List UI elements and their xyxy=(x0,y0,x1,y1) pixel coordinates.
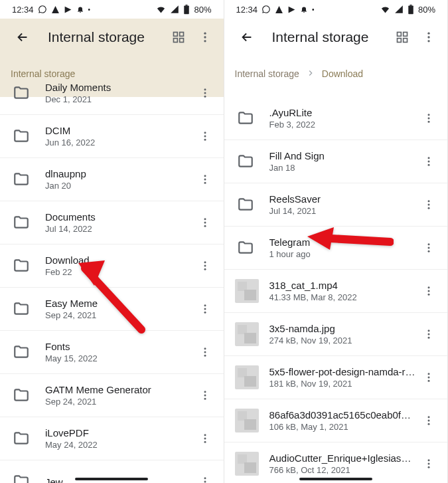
folder-row[interactable]: Telegram1 hour ago xyxy=(224,227,448,270)
svg-point-68 xyxy=(428,380,430,382)
item-overflow-button[interactable] xyxy=(192,468,218,483)
svg-point-64 xyxy=(428,334,430,336)
folder-row[interactable]: dlnaupnpJan 20 xyxy=(0,158,224,201)
item-overflow-button[interactable] xyxy=(192,252,218,279)
item-overflow-button[interactable] xyxy=(192,296,218,322)
folder-row[interactable]: .AyuRLiteFeb 3, 2022 xyxy=(224,97,448,140)
file-thumbnail xyxy=(235,452,259,476)
svg-point-55 xyxy=(428,204,430,206)
status-time: 12:34 xyxy=(236,5,258,15)
item-name: Easy Meme xyxy=(45,298,192,309)
back-button[interactable] xyxy=(9,24,36,50)
bell-icon xyxy=(76,5,84,13)
status-right: 80% xyxy=(156,5,211,15)
item-overflow-button[interactable] xyxy=(415,148,442,175)
item-subtitle: Dec 1, 2021 xyxy=(45,94,192,104)
svg-point-35 xyxy=(204,441,206,443)
svg-point-71 xyxy=(428,423,430,425)
row-meta: 318_cat_1.mp441.33 MB, Mar 8, 2022 xyxy=(269,280,416,302)
row-meta: ReelsSaverJul 14, 2021 xyxy=(269,193,416,216)
folder-icon xyxy=(11,212,32,233)
item-overflow-button[interactable] xyxy=(415,235,442,261)
svg-point-22 xyxy=(204,265,206,267)
svg-point-58 xyxy=(428,247,430,249)
svg-point-69 xyxy=(428,416,430,418)
overflow-menu-button[interactable] xyxy=(415,24,442,50)
item-name: Fonts xyxy=(45,341,192,352)
back-button[interactable] xyxy=(234,24,260,50)
svg-rect-41 xyxy=(398,33,402,37)
folder-row[interactable]: Fill And SignJan 18 xyxy=(224,140,448,183)
svg-point-48 xyxy=(428,114,430,116)
row-meta: GATM Meme GeneratorSep 24, 2021 xyxy=(45,384,192,407)
breadcrumb-item[interactable]: Download xyxy=(322,68,363,79)
row-meta: AudioCutter_Enrique+Iglesias+Bail…766 kB… xyxy=(269,452,416,475)
svg-point-29 xyxy=(204,355,206,357)
item-name: Download xyxy=(45,254,192,266)
item-overflow-button[interactable] xyxy=(415,407,442,434)
item-overflow-button[interactable] xyxy=(415,364,442,391)
folder-row[interactable]: DownloadFeb 22 xyxy=(0,244,224,288)
item-overflow-button[interactable] xyxy=(192,339,218,365)
row-meta: DownloadFeb 22 xyxy=(45,254,192,277)
item-overflow-button[interactable] xyxy=(192,166,218,193)
item-overflow-button[interactable] xyxy=(415,450,442,477)
grid-view-button[interactable] xyxy=(165,24,192,50)
file-row[interactable]: 5x5-flower-pot-design-namda-ru…181 kB, N… xyxy=(224,356,448,399)
svg-point-66 xyxy=(428,373,430,375)
item-overflow-button[interactable] xyxy=(192,209,218,236)
file-row[interactable]: 3x5-namda.jpg274 kB, Nov 19, 2021 xyxy=(224,313,448,356)
svg-point-13 xyxy=(204,136,206,138)
page-title: Internal storage xyxy=(48,29,165,45)
row-meta: iLovePDFMay 24, 2022 xyxy=(45,427,192,450)
item-overflow-button[interactable] xyxy=(415,191,442,218)
svg-point-54 xyxy=(428,200,430,202)
status-time: 12:34 xyxy=(12,5,34,15)
svg-point-49 xyxy=(428,118,430,120)
svg-point-62 xyxy=(428,294,430,296)
item-subtitle: 181 kB, Nov 19, 2021 xyxy=(269,379,416,389)
folder-row[interactable]: iLovePDFMay 24, 2022 xyxy=(0,417,224,460)
file-list[interactable]: .AyuRLiteFeb 3, 2022Fill And SignJan 18R… xyxy=(224,97,448,483)
item-name: 86af6a3d0391ac5165c0eab0f6e3… xyxy=(269,409,416,421)
status-bar: 12:34 • 80% xyxy=(224,0,448,19)
item-name: iLovePDF xyxy=(45,427,192,438)
folder-row[interactable]: DocumentsJul 14, 2022 xyxy=(0,201,224,244)
svg-rect-39 xyxy=(408,5,413,14)
file-row[interactable]: AudioCutter_Enrique+Iglesias+Bail…766 kB… xyxy=(224,442,448,483)
item-name: 318_cat_1.mp4 xyxy=(269,280,416,291)
item-overflow-button[interactable] xyxy=(192,382,218,409)
row-meta: Fill And SignJan 18 xyxy=(269,150,416,173)
item-overflow-button[interactable] xyxy=(415,321,442,347)
file-row[interactable]: 86af6a3d0391ac5165c0eab0f6e3…106 kB, May… xyxy=(224,399,448,442)
breadcrumb-item[interactable]: Internal storage xyxy=(235,68,299,79)
folder-row[interactable]: DCIMJun 16, 2022 xyxy=(0,115,224,158)
svg-point-18 xyxy=(204,218,206,220)
item-overflow-button[interactable] xyxy=(415,278,442,304)
overflow-menu-button[interactable] xyxy=(192,24,218,50)
item-name: .AyuRLite xyxy=(269,107,416,118)
item-overflow-button[interactable] xyxy=(192,80,218,106)
folder-row[interactable]: ReelsSaverJul 14, 2021 xyxy=(224,183,448,227)
item-overflow-button[interactable] xyxy=(415,105,442,132)
folder-row[interactable]: GATM Meme GeneratorSep 24, 2021 xyxy=(0,374,224,417)
item-subtitle: Feb 3, 2022 xyxy=(269,120,416,130)
appbar: Internal storage xyxy=(0,19,224,56)
svg-rect-2 xyxy=(173,33,177,37)
item-subtitle: 766 kB, Oct 12, 2021 xyxy=(269,465,416,475)
folder-row[interactable]: Easy MemeSep 24, 2021 xyxy=(0,288,224,331)
folder-icon xyxy=(11,385,32,406)
breadcrumb-item[interactable]: Internal storage xyxy=(11,68,75,79)
grid-view-button[interactable] xyxy=(389,24,415,50)
row-meta: dlnaupnpJan 20 xyxy=(45,168,192,191)
svg-point-36 xyxy=(204,477,206,479)
svg-point-53 xyxy=(428,164,430,166)
file-row[interactable]: 318_cat_1.mp441.33 MB, Mar 8, 2022 xyxy=(224,270,448,313)
item-name: Daily Moments xyxy=(45,82,192,93)
file-thumbnail xyxy=(235,409,259,433)
svg-point-57 xyxy=(428,243,430,245)
file-list[interactable]: Daily MomentsDec 1, 2021DCIMJun 16, 2022… xyxy=(0,72,224,483)
item-overflow-button[interactable] xyxy=(192,123,218,149)
item-overflow-button[interactable] xyxy=(192,425,218,452)
folder-row[interactable]: FontsMay 15, 2022 xyxy=(0,331,224,374)
